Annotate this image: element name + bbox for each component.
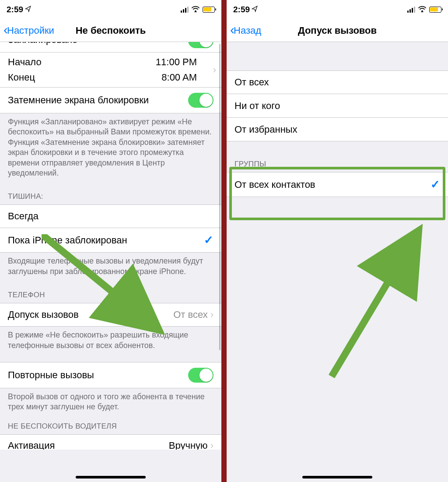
driver-header: НЕ БЕСПОКОИТЬ ВОДИТЕЛЯ (0, 418, 221, 434)
option-everyone-row[interactable]: От всех (227, 70, 448, 94)
phone-header: ТЕЛЕФОН (0, 282, 221, 303)
location-services-icon (251, 5, 259, 14)
activation-row[interactable]: Активация Вручную › (0, 434, 221, 450)
location-services-icon (24, 5, 32, 14)
dim-lock-toggle[interactable] (188, 93, 214, 108)
option-noone-row[interactable]: Ни от кого (227, 94, 448, 118)
end-value: 8:00 AM (161, 72, 197, 83)
option-all-contacts-label: От всех контактов (234, 179, 315, 190)
silence-footer: Входящие телефонные вызовы и уведомления… (0, 253, 221, 282)
activation-label: Активация (8, 440, 55, 450)
chevron-right-icon: › (213, 64, 216, 76)
scroll-indicator (219, 44, 220, 350)
back-label: Настройки (7, 25, 54, 36)
right-screen: 2:59 ⚡ ‹ Назад Допуск вызовов От вс (227, 0, 448, 482)
left-screen: 2:59 ⚡ ‹ Настройки Не беспокоить (0, 0, 221, 482)
scroll-content[interactable]: Запланировано Начало 11:00 PM Конец 8:00… (0, 42, 221, 450)
chevron-right-icon: › (210, 440, 214, 450)
start-value: 11:00 PM (156, 56, 197, 68)
allow-calls-label: Допуск вызовов (8, 309, 79, 320)
start-label: Начало (8, 56, 42, 68)
silence-always-row[interactable]: Всегда (0, 204, 221, 228)
annotation-arrow (318, 219, 437, 385)
allow-calls-footer: В режиме «Не беспокоить» разрешить входя… (0, 327, 221, 356)
scheduled-row-partial[interactable]: Запланировано (0, 42, 221, 53)
repeated-calls-row[interactable]: Повторные вызовы (0, 362, 221, 388)
status-time: 2:59 (233, 5, 250, 14)
option-noone-label: Ни от кого (234, 100, 280, 112)
dim-lock-row[interactable]: Затемнение экрана блокировки (0, 88, 221, 113)
battery-icon: ⚡ (429, 7, 441, 13)
nav-bar: ‹ Настройки Не беспокоить (0, 19, 221, 42)
wifi-icon (191, 5, 200, 14)
checkmark-icon: ✓ (204, 233, 214, 247)
page-title: Не беспокоить (76, 25, 146, 36)
home-indicator[interactable] (76, 476, 146, 478)
back-button[interactable]: ‹ Настройки (4, 24, 54, 37)
cellular-signal-icon (407, 7, 415, 13)
silence-locked-row[interactable]: Пока iPhone заблокирован ✓ (0, 228, 221, 253)
schedule-time-row[interactable]: Начало 11:00 PM Конец 8:00 AM › (0, 53, 221, 88)
home-indicator[interactable] (302, 476, 372, 478)
option-everyone-label: От всех (234, 77, 269, 88)
scheduled-footer: Функция «Запланировано» активирует режим… (0, 113, 221, 183)
page-title: Допуск вызовов (298, 25, 377, 36)
back-button[interactable]: ‹ Назад (230, 24, 261, 37)
silence-header: ТИШИНА: (0, 183, 221, 204)
activation-value: Вручную (169, 440, 208, 450)
checkmark-icon: ✓ (430, 178, 440, 191)
option-favorites-label: От избранных (234, 124, 298, 135)
groups-header: ГРУППЫ (227, 141, 448, 172)
svg-line-3 (332, 230, 419, 376)
status-time: 2:59 (7, 5, 23, 14)
repeated-calls-toggle[interactable] (188, 368, 214, 383)
chevron-right-icon: › (210, 309, 214, 320)
battery-icon: ⚡ (203, 7, 215, 13)
svg-point-0 (195, 11, 196, 12)
wifi-icon (418, 5, 427, 14)
dim-lock-label: Затемнение экрана блокировки (8, 95, 149, 106)
scheduled-toggle[interactable] (188, 42, 214, 48)
repeated-calls-label: Повторные вызовы (8, 369, 94, 381)
end-label: Конец (8, 72, 35, 83)
back-label: Назад (234, 25, 261, 36)
nav-bar: ‹ Назад Допуск вызовов (227, 19, 448, 42)
allow-calls-value: От всех (173, 309, 208, 320)
scheduled-label: Запланировано (8, 42, 77, 46)
status-bar: 2:59 ⚡ (227, 0, 448, 19)
option-all-contacts-row[interactable]: От всех контактов ✓ (227, 172, 448, 197)
repeated-calls-footer: Второй вызов от одного и того же абонент… (0, 388, 221, 418)
option-favorites-row[interactable]: От избранных (227, 118, 448, 141)
screenshot-divider (221, 0, 227, 482)
status-bar: 2:59 ⚡ (0, 0, 221, 19)
svg-point-2 (422, 11, 423, 12)
silence-locked-label: Пока iPhone заблокирован (8, 235, 127, 246)
silence-always-label: Всегда (8, 211, 38, 222)
cellular-signal-icon (181, 7, 189, 13)
allow-calls-row[interactable]: Допуск вызовов От всех › (0, 303, 221, 327)
